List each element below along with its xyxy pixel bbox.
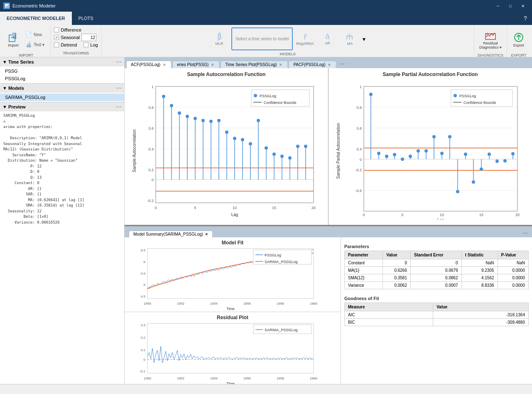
svg-text:1950: 1950 [144,302,151,305]
ribbon-content: Import 📄 New 🔬 Test ▾ IMPORT Diff [0,25,532,57]
app-icon: 📊 [3,2,10,9]
svg-text:Time: Time [226,307,235,311]
bottom-tab-bar: Model Summary(SARIMA_PSSGLog) ✕ ⋯ [125,227,532,237]
test-button[interactable]: 🔬 Test ▾ [23,40,47,49]
ar-button[interactable]: â AR [317,27,338,50]
tab-acf-pssglog[interactable]: ACF(PSSGLog) ✕ [126,61,172,68]
seasonal-checkbox[interactable] [54,35,59,40]
param-name-0: Constant [345,259,383,267]
models-dropdown[interactable]: ▾ [362,36,366,42]
svg-text:Sample Partial Autocorrelation: Sample Partial Autocorrelation [336,123,341,179]
time-series-menu[interactable]: ⋯ [116,59,122,65]
models-menu[interactable]: ⋯ [116,85,122,91]
tab-model-summary[interactable]: Model Summary(SARIMA_PSSGLog) ✕ [129,231,213,237]
model-select-area: Select a time series to model [231,27,293,50]
new-button[interactable]: 📄 New [23,30,47,39]
pacf-plot-title: Sample Partial Autocorrelation Function [330,71,530,77]
close-tab-ts[interactable]: ✕ [278,63,283,67]
param-name-1: MA{1} [345,267,383,274]
acf-plot-container: Sample Autocorrelation Function [125,68,329,225]
svg-text:1954: 1954 [210,302,218,305]
svg-point-50 [296,145,299,148]
svg-text:-0.1: -0.1 [140,369,145,373]
param-se-1: 0.0679 [410,267,461,274]
param-se-0: 0 [410,259,461,267]
param-value-2: 0.3581 [383,274,411,282]
tab-econometric-modeler[interactable]: ECONOMETRIC MODELER [0,12,72,25]
minimize-button[interactable]: ─ [492,2,504,10]
svg-text:0: 0 [152,178,154,182]
svg-point-38 [249,142,252,145]
model-fit-plot: Model Fit 6.5 6 5.5 5 4.5 1950 1952 [125,237,341,312]
close-model-summary-tab[interactable]: ✕ [205,232,208,236]
residual-svg: 0.3 0.2 0.1 0 -0.1 1950 1952 1954 1956 [126,321,339,384]
param-value-3: 0.0062 [383,282,411,289]
ts-item-pssg[interactable]: PSSG [0,67,124,75]
svg-point-32 [225,131,228,134]
preview-menu[interactable]: ⋯ [116,103,122,110]
close-tab-series[interactable]: ✕ [210,63,215,67]
gof-measure-1: BIC [345,319,433,326]
gof-col-value: Value [433,303,529,311]
models-header[interactable]: ▼ Models ⋯ [0,84,124,93]
svg-rect-0 [9,35,15,42]
import-group-label: IMPORT [19,52,33,57]
svg-text:10: 10 [233,206,237,210]
preview-header[interactable]: ▼ Preview ⋯ [0,102,124,111]
svg-text:5: 5 [401,213,403,217]
tab-series-plot-pssg[interactable]: eries Plot(PSSG) ✕ [172,61,220,68]
model-summary-content: Model Fit 6.5 6 5.5 5 4.5 1950 1952 [125,237,532,384]
svg-text:0.6: 0.6 [356,126,362,131]
svg-point-99 [432,135,436,138]
import-button[interactable]: Import [5,27,22,52]
tab-plots[interactable]: PLOTS [72,12,100,25]
tab-pacf-pssglog[interactable]: PACF(PSSGLog) ✕ [289,61,336,68]
residual-diagnostics-button[interactable]: ResidualDiagnostics ▾ [478,27,503,52]
difference-label: Difference [61,27,81,32]
log-checkbox[interactable] [83,42,88,47]
ma-button[interactable]: m̂ MA [339,27,360,50]
diagnostics-icon [485,30,496,41]
param-p-3: 0.0000 [498,282,528,289]
regarma-button[interactable]: r̂ RegARMA [294,27,315,50]
param-name-2: SMA{12} [345,274,383,282]
time-series-header[interactable]: ▼ Time Series ⋯ [0,57,124,66]
close-button[interactable]: ✕ [517,2,529,10]
ts-item-pssglog[interactable]: PSSGLog [0,75,124,82]
title-bar: 📊 Econometric Modeler ─ □ ✕ [0,0,532,12]
bottom-tab-overflow[interactable]: ⋯ [520,229,530,237]
svg-point-30 [217,119,221,122]
export-button[interactable]: Export [510,27,527,52]
svg-point-68 [254,94,257,97]
svg-point-22 [186,115,189,118]
svg-text:1956: 1956 [243,377,251,380]
export-icon [513,32,525,43]
preview-text: SARIMA_PSSGLog = arima with properties: … [3,113,121,225]
residual-plot: Residual Plot 0.3 0.2 0.1 0 -0.1 [125,312,341,384]
detrend-checkbox[interactable] [54,42,59,47]
tab-overflow-button[interactable]: ⋯ [337,60,347,68]
help-button[interactable]: ? [519,12,532,25]
svg-text:1952: 1952 [177,302,184,305]
svg-text:1956: 1956 [243,302,251,305]
close-tab-acf[interactable]: ✕ [162,63,167,67]
param-p-1: 0.0000 [498,267,528,274]
difference-checkbox[interactable] [54,27,59,32]
seasonal-value-input[interactable] [81,34,96,41]
left-panel: ▼ Time Series ⋯ PSSG PSSGLog ▼ Models ⋯ … [0,57,125,384]
models-group-label: MODELS [280,51,296,56]
table-row: Constant 0 0 NaN NaN [345,259,529,267]
tab-ts-plot-pssglog[interactable]: Time Series Plot(PSSGLog) ✕ [221,61,288,68]
preview-section: ▼ Preview ⋯ SARIMA_PSSGLog = arima with … [0,102,124,384]
model-fit-svg: 6.5 6 5.5 5 4.5 1950 1952 1954 1956 1958… [126,246,339,311]
time-series-list: PSSG PSSGLog [0,66,124,83]
model-item-sarima[interactable]: SARIMA_PSSGLog [0,94,124,101]
import-icon [7,32,19,43]
maximize-button[interactable]: □ [505,2,516,10]
models-list: SARIMA_PSSGLog [0,93,124,102]
table-row: Variance 0.0062 0.0007 8.8336 0.0000 [345,282,529,289]
mlr-button[interactable]: β̂ MLR [209,27,230,50]
svg-point-52 [304,145,307,148]
close-tab-pacf[interactable]: ✕ [327,63,332,67]
app-title: Econometric Modeler [12,3,492,8]
